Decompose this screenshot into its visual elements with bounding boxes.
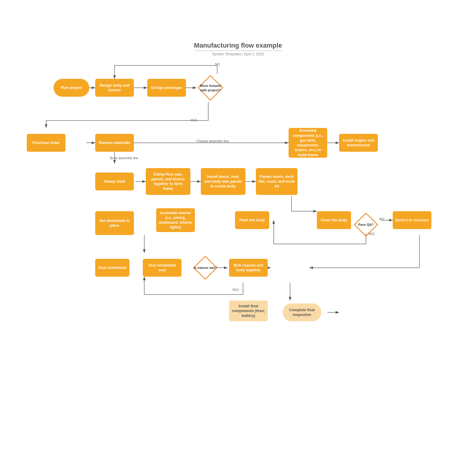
node-design-body[interactable]: Design body and interior [95, 79, 134, 97]
node-install-final[interactable]: Install final components (tires, battery… [229, 300, 268, 321]
page-subtitle: System Templates | April 2, 2025 [0, 52, 476, 56]
node-bolt-chassis[interactable]: Bolt chassis and body together [229, 259, 268, 277]
node-pass-qa[interactable]: Pass QA? [351, 210, 381, 239]
node-assemble-components[interactable]: Assemble components (i.e., gas tank, sus… [289, 128, 327, 158]
node-fasten-doors[interactable]: Fasten doors, deck lids, hood, and trunk… [256, 168, 298, 195]
node-receive-materials[interactable]: Receive materials [95, 134, 134, 152]
label-yes-3: YES [232, 288, 239, 292]
page-title: Manufacturing flow example [194, 42, 282, 51]
node-purchase-order[interactable]: Purchase order [27, 134, 65, 152]
label-no-1: NO [215, 62, 220, 66]
node-test-windshield[interactable]: Test windshield seal [143, 259, 181, 277]
node-design-prototype[interactable]: Design prototype [147, 79, 186, 97]
label-body-assembly: Body assembly line [110, 156, 138, 160]
node-send-recovery[interactable]: Send it to recovery [393, 211, 431, 229]
title-section: Manufacturing flow example System Templa… [0, 0, 476, 56]
node-move-forward[interactable]: Move forward with project? [195, 72, 226, 104]
flowchart: NO YES Chassis assembly line Body assemb… [24, 62, 452, 464]
node-stamp-steel[interactable]: Stamp steel [95, 173, 134, 190]
node-paint-body[interactable]: Paint the body [235, 211, 269, 229]
node-assemble-interior[interactable]: Assemble interior (i.e., wiring, dashboa… [156, 208, 195, 232]
node-clamp-floor[interactable]: Clamp floor pan, panels, and braces toge… [146, 168, 190, 195]
page-container: Manufacturing flow example System Templa… [0, 0, 476, 476]
label-yes-1: YES [190, 118, 197, 122]
node-install-doors[interactable]: Install doors, roof, and body side panel… [201, 168, 245, 195]
label-chassis-assembly: Chassis assembly line [196, 139, 229, 143]
node-complete-inspection[interactable]: Complete final inspection [283, 303, 321, 321]
node-plan-project[interactable]: Plan project [54, 79, 89, 97]
node-clean-body[interactable]: Clean the body [317, 211, 351, 229]
node-is-interior-wet[interactable]: Is interior wet? [190, 253, 220, 283]
node-set-windshield[interactable]: Set windshield in place [95, 211, 134, 235]
node-seal-windshield[interactable]: Seal windshield [95, 259, 129, 277]
node-install-engine[interactable]: Install engine and transmission [339, 134, 378, 152]
